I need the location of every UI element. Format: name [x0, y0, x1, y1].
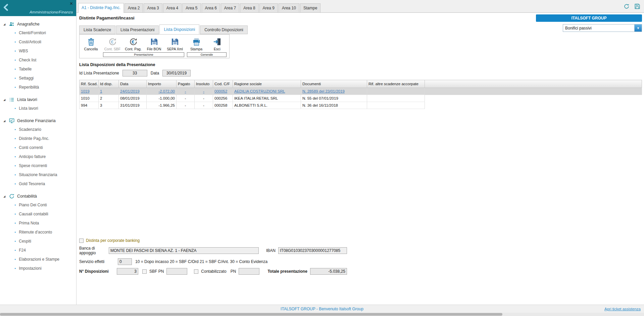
sidebar-item-impostazioni[interactable]: ●Impostazioni: [3, 264, 76, 273]
sidebar-item-reperibilit[interactable]: ●Reperibilità: [3, 83, 76, 92]
horizontal-scrollbar[interactable]: [0, 313, 644, 316]
content-area: Distinte Pagamenti/Incassi ITALSOFT GROU…: [77, 13, 644, 305]
sidebar-item-distinte-pag-inc[interactable]: ●Distinte Pag./Inc.: [3, 134, 76, 143]
toolbar-group-label: Generale: [187, 52, 227, 57]
sidebar-section-header-lista-lavori[interactable]: ◢Lista lavori: [3, 96, 76, 104]
column-header-insoluto[interactable]: Insoluto: [195, 80, 213, 88]
column-header-importo[interactable]: Importo: [147, 80, 177, 88]
top-tab-area-4[interactable]: Area 4: [163, 3, 182, 12]
sidebar-item-situazione-finanziaria[interactable]: ●Situazione finanziaria: [3, 170, 76, 179]
printer-icon: [192, 37, 201, 46]
column-header-cod-c-f[interactable]: Cod. C/F: [213, 80, 233, 88]
servizio-input[interactable]: [118, 258, 132, 265]
top-tabs: A1 - Distinte Pag./Inc.Area 2Area 3Area …: [78, 3, 320, 12]
item-label: Anticipo fatture: [19, 154, 46, 159]
tab-lista-scadenze[interactable]: Lista Scadenze: [79, 25, 115, 34]
sidebar-section-header-anagrafiche[interactable]: ◢Anagrafiche: [3, 20, 76, 28]
top-tab-stampe[interactable]: Stampe: [300, 3, 320, 12]
scrollbar-thumb[interactable]: [0, 313, 502, 316]
toolbar-button-stampa[interactable]: Stampa: [187, 36, 206, 52]
tab-lista-disposizioni[interactable]: Lista Disposizioni: [159, 24, 199, 34]
sidebar-item-f24[interactable]: ●F24: [3, 246, 76, 255]
close-icon[interactable]: ×: [68, 0, 74, 7]
sidebar-item-check-list[interactable]: ●Check list: [3, 55, 76, 64]
data-input[interactable]: [162, 70, 191, 76]
sidebar: × Amministrazione/Finanza ◢Anagrafiche●C…: [0, 0, 77, 305]
item-label: Spese ricorrenti: [19, 163, 47, 168]
top-tab-a1-distinte-pag-inc[interactable]: A1 - Distinte Pag./Inc.: [78, 3, 124, 13]
sidebar-item-tabelle[interactable]: ●Tabelle: [3, 64, 76, 73]
sidebar-title: Amministrazione/Finanza: [30, 10, 73, 14]
column-header-ragione-sociale[interactable]: Ragione sociale: [233, 80, 301, 88]
sidebar-item-prima-nota[interactable]: ●Prima Nota: [3, 218, 76, 227]
banca-input[interactable]: [109, 247, 259, 254]
contabilizzato-checkbox[interactable]: [194, 269, 198, 274]
sbf-pn-checkbox[interactable]: [142, 269, 147, 274]
grid-area: Rif. Scad.Id disp.DataImportoPagatoInsol…: [79, 80, 642, 237]
toolbar-button-cancella[interactable]: Cancella: [82, 36, 100, 57]
bullet-icon: ●: [14, 204, 16, 206]
sidebar-item-clienti-fornitori[interactable]: ●Clienti/Fornitori: [3, 28, 76, 37]
top-tab-area-9[interactable]: Area 9: [259, 3, 278, 12]
refresh-icon[interactable]: [623, 3, 630, 10]
sidebar-item-lista-lavori[interactable]: ●Lista lavori: [3, 104, 76, 113]
column-header-rif-scad[interactable]: Rif. Scad.: [79, 80, 99, 88]
corporate-banking-checkbox[interactable]: [79, 239, 84, 243]
top-tab-area-3[interactable]: Area 3: [144, 3, 162, 12]
sidebar-item-spese-ricorrenti[interactable]: ●Spese ricorrenti: [3, 161, 76, 170]
totale-input[interactable]: [310, 268, 347, 275]
top-tab-area-5[interactable]: Area 5: [182, 3, 201, 12]
id-lista-input[interactable]: [122, 70, 147, 76]
sidebar-item-anticipo-fatture[interactable]: ●Anticipo fatture: [3, 152, 76, 161]
column-header-rif-altre-scadenze-accorpate[interactable]: Rif. altre scadenze accorpate: [367, 80, 425, 88]
table-row[interactable]: 1010208/01/2019-1.000,00--000256IKEA ITA…: [79, 95, 642, 102]
sidebar-item-settaggi[interactable]: ●Settaggi: [3, 73, 76, 83]
table-row[interactable]: 1019124/01/2019-2.072,00--000052AEDILIA …: [79, 88, 642, 95]
tab-lista-presentazioni[interactable]: Lista Presentazioni: [116, 25, 159, 34]
sidebar-item-elaborazioni-e-stampe[interactable]: ●Elaborazioni e Stampe: [3, 255, 76, 264]
sidebar-item-ritenute-d-acconto[interactable]: ●Ritenute d'acconto: [3, 227, 76, 236]
toolbar-button-cont-pag[interactable]: €Cont. Pag.: [124, 36, 143, 52]
column-header-pagato[interactable]: Pagato: [177, 80, 195, 88]
toolbar-button-file-bon[interactable]: File BON: [145, 36, 163, 52]
column-header-data[interactable]: Data: [119, 80, 147, 88]
assistance-ticket-link[interactable]: Apri ticket assistenza: [604, 307, 641, 311]
sidebar-section-header-gestione-finanziaria[interactable]: ◢Gestione Finanziaria: [3, 117, 76, 125]
item-label: Causali contabili: [19, 212, 48, 216]
toolbar-button-esci[interactable]: Esci: [208, 36, 227, 52]
sidebar-item-causali-contabili[interactable]: ●Causali contabili: [3, 209, 76, 218]
bullet-icon: ●: [14, 77, 16, 79]
sidebar-item-conti-correnti[interactable]: ●Conti correnti: [3, 143, 76, 152]
column-header-id-disp[interactable]: Id disp.: [99, 80, 119, 88]
top-tab-area-8[interactable]: Area 8: [240, 3, 258, 12]
sidebar-item-cespiti[interactable]: ●Cespiti: [3, 236, 76, 246]
sbf-pn-input[interactable]: [166, 268, 187, 275]
chevron-down-icon[interactable]: ▼: [634, 24, 642, 32]
sidebar-item-scadenzario[interactable]: ●Scadenzario: [3, 125, 76, 134]
table-row[interactable]: 994331/01/2019-1.966,25--000258ALBONETTI…: [79, 102, 642, 109]
top-tab-area-7[interactable]: Area 7: [221, 3, 239, 12]
sidebar-section-header-contabilit[interactable]: ◢Contabilità: [3, 192, 76, 200]
toolbar-button-sepa-xml[interactable]: SEPA Xml: [165, 36, 184, 52]
n-disposizioni-input[interactable]: [117, 268, 138, 275]
sidebar-item-costi-articoli[interactable]: ●Costi/Articoli: [3, 37, 76, 46]
item-label: Piano Dei Conti: [19, 203, 47, 207]
iban-input[interactable]: [278, 247, 347, 254]
toolbar-group-presentazione: €Cont. SBF€Cont. Pag.File BONSEPA XmlPre…: [103, 36, 184, 57]
pn-input[interactable]: [239, 268, 259, 275]
back-arrow-icon[interactable]: [2, 3, 11, 12]
distinta-type-dropdown[interactable]: Bonifici passivi ▼: [563, 24, 642, 32]
sidebar-item-gold-tesoreria[interactable]: ●Gold Tesoreria: [3, 179, 76, 188]
top-tab-area-10[interactable]: Area 10: [279, 3, 299, 12]
sidebar-section-anagrafiche: ◢Anagrafiche●Clienti/Fornitori●Costi/Art…: [3, 20, 76, 92]
sidebar-item-wbs[interactable]: ●WBS: [3, 46, 76, 55]
expand-arrow-icon: ◢: [3, 119, 6, 122]
tab-controllo-disposizioni[interactable]: Controllo Disposizioni: [200, 25, 247, 34]
top-tab-area-6[interactable]: Area 6: [202, 3, 220, 12]
save-icon[interactable]: [634, 3, 641, 10]
sidebar-item-piano-dei-conti[interactable]: ●Piano Dei Conti: [3, 200, 76, 209]
column-header-documenti[interactable]: Documenti: [301, 80, 367, 88]
item-label: Elaborazioni e Stampe: [19, 257, 59, 262]
servizio-label: Servizio effetti: [79, 259, 118, 264]
top-tab-area-2[interactable]: Area 2: [125, 3, 143, 12]
